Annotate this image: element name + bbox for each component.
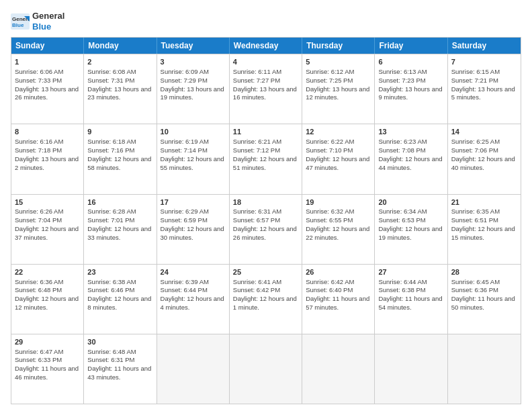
calendar-header: SundayMondayTuesdayWednesdayThursdayFrid… xyxy=(11,38,521,54)
daylight: Daylight: 11 hours and 43 minutes. xyxy=(87,365,151,381)
sunset: Sunset: 6:57 PM xyxy=(233,216,280,224)
day-number: 5 xyxy=(306,57,371,67)
sunrise: Sunrise: 6:11 AM xyxy=(233,68,281,75)
sunrise: Sunrise: 6:19 AM xyxy=(161,138,209,145)
sunset: Sunset: 6:59 PM xyxy=(161,216,208,224)
sunrise: Sunrise: 6:35 AM xyxy=(451,208,500,215)
calendar-cell: 22Sunrise: 6:36 AMSunset: 6:48 PMDayligh… xyxy=(11,265,84,334)
day-number: 23 xyxy=(87,267,152,277)
daylight: Daylight: 12 hours and 55 minutes. xyxy=(161,155,224,171)
calendar-cell: 9Sunrise: 6:18 AMSunset: 7:16 PMDaylight… xyxy=(84,124,157,193)
weekday-header: Saturday xyxy=(448,38,521,54)
day-number: 18 xyxy=(233,197,298,208)
sunset: Sunset: 6:42 PM xyxy=(233,286,280,293)
day-number: 4 xyxy=(233,57,298,67)
calendar-cell: 24Sunrise: 6:39 AMSunset: 6:44 PMDayligh… xyxy=(157,265,230,334)
day-number: 25 xyxy=(233,267,298,277)
daylight: Daylight: 11 hours and 54 minutes. xyxy=(378,295,442,311)
sunset: Sunset: 7:04 PM xyxy=(15,216,62,224)
weekday-header: Monday xyxy=(84,38,157,54)
calendar-cell: 25Sunrise: 6:41 AMSunset: 6:42 PMDayligh… xyxy=(230,265,302,334)
sunset: Sunset: 6:55 PM xyxy=(306,216,353,224)
day-number: 24 xyxy=(161,267,226,277)
sunrise: Sunrise: 6:45 AM xyxy=(451,278,500,285)
sunrise: Sunrise: 6:38 AM xyxy=(87,278,136,285)
day-number: 7 xyxy=(451,57,517,67)
weekday-header: Wednesday xyxy=(230,38,302,54)
sunrise: Sunrise: 6:26 AM xyxy=(15,208,63,215)
calendar-cell: 17Sunrise: 6:29 AMSunset: 6:59 PMDayligh… xyxy=(157,195,230,264)
daylight: Daylight: 13 hours and 26 minutes. xyxy=(15,85,79,101)
daylight: Daylight: 12 hours and 37 minutes. xyxy=(15,225,79,241)
page-header: General Blue General Blue xyxy=(11,11,521,32)
calendar-row: 22Sunrise: 6:36 AMSunset: 6:48 PMDayligh… xyxy=(11,264,521,334)
sunrise: Sunrise: 6:15 AM xyxy=(451,68,500,75)
calendar-row: 8Sunrise: 6:16 AMSunset: 7:18 PMDaylight… xyxy=(11,124,521,193)
weekday-header: Thursday xyxy=(302,38,375,54)
calendar-cell: 29Sunrise: 6:47 AMSunset: 6:33 PMDayligh… xyxy=(11,334,84,404)
day-number: 3 xyxy=(161,57,226,67)
sunrise: Sunrise: 6:31 AM xyxy=(233,208,281,215)
sunset: Sunset: 6:51 PM xyxy=(451,216,498,224)
sunset: Sunset: 7:23 PM xyxy=(378,77,425,84)
sunset: Sunset: 6:53 PM xyxy=(378,216,425,224)
sunrise: Sunrise: 6:39 AM xyxy=(161,278,209,285)
daylight: Daylight: 13 hours and 12 minutes. xyxy=(306,85,369,101)
logo: General Blue General Blue xyxy=(11,11,64,32)
calendar-cell xyxy=(448,334,521,404)
calendar-cell: 30Sunrise: 6:48 AMSunset: 6:31 PMDayligh… xyxy=(84,334,157,404)
daylight: Daylight: 12 hours and 12 minutes. xyxy=(15,295,79,311)
calendar-cell xyxy=(157,334,230,404)
daylight: Daylight: 13 hours and 9 minutes. xyxy=(378,85,442,101)
calendar-cell: 26Sunrise: 6:42 AMSunset: 6:40 PMDayligh… xyxy=(302,265,375,334)
daylight: Daylight: 12 hours and 4 minutes. xyxy=(161,295,224,311)
calendar-cell: 8Sunrise: 6:16 AMSunset: 7:18 PMDaylight… xyxy=(11,124,84,193)
day-number: 6 xyxy=(378,57,443,67)
calendar-cell xyxy=(302,334,375,404)
calendar-cell: 1Sunrise: 6:06 AMSunset: 7:33 PMDaylight… xyxy=(11,54,84,124)
calendar: SundayMondayTuesdayWednesdayThursdayFrid… xyxy=(11,37,521,404)
day-number: 13 xyxy=(378,127,443,137)
sunset: Sunset: 6:31 PM xyxy=(87,356,134,363)
sunrise: Sunrise: 6:44 AM xyxy=(378,278,427,285)
sunset: Sunset: 6:48 PM xyxy=(15,286,62,293)
sunrise: Sunrise: 6:06 AM xyxy=(15,68,63,75)
daylight: Daylight: 12 hours and 44 minutes. xyxy=(378,155,442,171)
sunrise: Sunrise: 6:29 AM xyxy=(161,208,209,215)
day-number: 20 xyxy=(378,197,443,208)
daylight: Daylight: 12 hours and 47 minutes. xyxy=(306,155,369,171)
day-number: 8 xyxy=(15,127,80,137)
daylight: Daylight: 12 hours and 51 minutes. xyxy=(233,155,297,171)
daylight: Daylight: 11 hours and 50 minutes. xyxy=(451,295,515,311)
calendar-cell: 18Sunrise: 6:31 AMSunset: 6:57 PMDayligh… xyxy=(230,195,302,264)
calendar-row: 1Sunrise: 6:06 AMSunset: 7:33 PMDaylight… xyxy=(11,54,521,124)
day-number: 29 xyxy=(15,337,80,347)
sunset: Sunset: 7:12 PM xyxy=(233,146,280,154)
calendar-cell: 14Sunrise: 6:25 AMSunset: 7:06 PMDayligh… xyxy=(448,124,521,193)
daylight: Daylight: 11 hours and 46 minutes. xyxy=(15,365,79,381)
sunrise: Sunrise: 6:16 AM xyxy=(15,138,63,145)
sunrise: Sunrise: 6:22 AM xyxy=(306,138,354,145)
day-number: 11 xyxy=(233,127,298,137)
day-number: 10 xyxy=(161,127,226,137)
logo-text: General Blue xyxy=(32,11,64,32)
sunset: Sunset: 6:38 PM xyxy=(378,286,425,293)
sunset: Sunset: 6:44 PM xyxy=(161,286,208,293)
sunset: Sunset: 6:46 PM xyxy=(87,286,134,293)
sunset: Sunset: 7:29 PM xyxy=(161,77,208,84)
calendar-body: 1Sunrise: 6:06 AMSunset: 7:33 PMDaylight… xyxy=(11,54,521,404)
sunrise: Sunrise: 6:23 AM xyxy=(378,138,427,145)
daylight: Daylight: 12 hours and 19 minutes. xyxy=(378,225,442,241)
daylight: Daylight: 12 hours and 40 minutes. xyxy=(451,155,515,171)
daylight: Daylight: 13 hours and 23 minutes. xyxy=(87,85,151,101)
day-number: 14 xyxy=(451,127,517,137)
sunset: Sunset: 7:18 PM xyxy=(15,146,62,154)
day-number: 27 xyxy=(378,267,443,277)
daylight: Daylight: 12 hours and 30 minutes. xyxy=(161,225,224,241)
sunset: Sunset: 7:08 PM xyxy=(378,146,425,154)
day-number: 2 xyxy=(87,57,152,67)
sunrise: Sunrise: 6:09 AM xyxy=(161,68,209,75)
calendar-cell: 4Sunrise: 6:11 AMSunset: 7:27 PMDaylight… xyxy=(230,54,302,124)
day-number: 19 xyxy=(306,197,371,208)
daylight: Daylight: 13 hours and 2 minutes. xyxy=(15,155,79,171)
